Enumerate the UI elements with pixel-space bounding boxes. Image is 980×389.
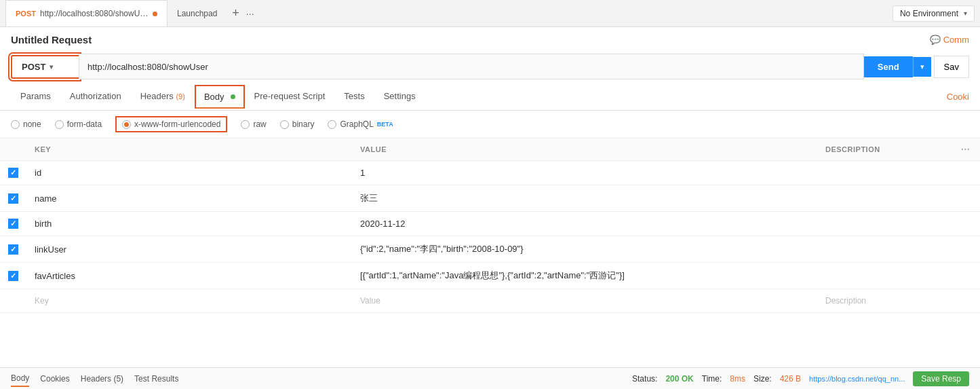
tab-tests[interactable]: Tests [334, 84, 374, 109]
tab-bar: POST http://localhost:8080/showUser Laun… [0, 0, 980, 27]
radio-x-www [122, 120, 131, 129]
params-table: KEY VALUE DESCRIPTION ··· ✓ id 1 ✓ [0, 138, 980, 313]
body-type-binary[interactable]: binary [280, 119, 315, 129]
row-actions-cell[interactable] [953, 263, 980, 289]
table-row: ✓ favArticles [{"artId":1,"artName":"Jav… [0, 263, 980, 289]
checkbox[interactable]: ✓ [8, 271, 18, 281]
body-type-raw[interactable]: raw [241, 119, 266, 129]
radio-raw [241, 120, 250, 129]
tab-headers[interactable]: Headers (9) [131, 84, 195, 109]
row-key-cell[interactable]: favArticles [26, 263, 352, 289]
placeholder-key[interactable]: Key [26, 289, 352, 313]
body-type-none[interactable]: none [11, 119, 41, 129]
table-actions-icon[interactable]: ··· [961, 144, 970, 155]
beta-badge: BETA [377, 121, 393, 128]
row-desc-cell[interactable] [817, 161, 953, 185]
launchpad-label: Launchpad [177, 9, 217, 18]
row-value-cell[interactable]: 2020-11-12 [352, 212, 817, 236]
tab-actions: + ··· [232, 6, 254, 20]
tab-method-badge: POST [16, 10, 36, 18]
checkbox[interactable]: ✓ [8, 193, 18, 204]
comm-button[interactable]: 💬 Comm [930, 35, 969, 45]
body-type-graphql[interactable]: GraphQL BETA [328, 119, 393, 129]
radio-binary [280, 120, 289, 129]
url-bar: POST ▾ Send ▾ Sav [0, 50, 980, 84]
radio-form-data [55, 120, 64, 129]
comm-label: Comm [943, 35, 969, 45]
row-key-cell[interactable]: name [26, 185, 352, 212]
body-type-x-www[interactable]: x-www-form-urlencoded [115, 116, 227, 132]
row-desc-cell[interactable] [817, 263, 953, 289]
body-dot [231, 94, 235, 99]
tab-url: http://localhost:8080/showUser [40, 9, 149, 18]
body-type-form-data[interactable]: form-data [55, 119, 102, 129]
checkbox[interactable]: ✓ [8, 168, 18, 178]
url-input[interactable] [79, 54, 864, 79]
placeholder-desc[interactable]: Description [817, 289, 953, 313]
request-title-bar: Untitled Request 💬 Comm [0, 27, 980, 50]
checkbox[interactable]: ✓ [8, 244, 18, 255]
radio-none [11, 120, 20, 129]
send-button[interactable]: Send [864, 56, 913, 77]
method-label: POST [22, 62, 45, 72]
launchpad-tab[interactable]: Launchpad [168, 0, 227, 26]
table-row: ✓ birth 2020-11-12 [0, 212, 980, 236]
tabs-left: Params Authorization Headers (9) Body Pr… [11, 84, 425, 110]
row-check-cell[interactable]: ✓ [0, 236, 26, 263]
env-label: No Environment [900, 9, 958, 18]
method-select[interactable]: POST ▾ [11, 55, 79, 79]
row-desc-cell[interactable] [817, 236, 953, 263]
row-value-cell[interactable]: [{"artId":1,"artName":"Java编程思想"},{"artI… [352, 263, 817, 289]
row-actions-cell[interactable] [953, 236, 980, 263]
row-desc-cell[interactable] [817, 212, 953, 236]
row-key-cell[interactable]: id [26, 161, 352, 185]
col-header-check [0, 138, 26, 161]
cookies-button[interactable]: Cooki [947, 92, 969, 102]
col-header-value: VALUE [352, 138, 817, 161]
row-check-cell[interactable]: ✓ [0, 263, 26, 289]
col-header-desc: DESCRIPTION [817, 138, 953, 161]
placeholder-row: Key Value Description [0, 289, 980, 313]
radio-inner-dot [124, 122, 129, 127]
row-value-cell[interactable]: {"id":2,"name":"李四","birth":"2008-10-09"… [352, 236, 817, 263]
row-key-cell[interactable]: linkUser [26, 236, 352, 263]
row-check-cell[interactable]: ✓ [0, 185, 26, 212]
env-selector[interactable]: No Environment ▾ [893, 5, 975, 22]
add-tab-icon[interactable]: + [232, 6, 239, 20]
save-button[interactable]: Sav [934, 56, 969, 78]
row-desc-cell[interactable] [817, 185, 953, 212]
tab-authorization[interactable]: Authorization [60, 84, 131, 109]
row-check-cell[interactable]: ✓ [0, 161, 26, 185]
table-row: ✓ name 张三 [0, 185, 980, 212]
comm-icon: 💬 [930, 35, 941, 45]
tab-modified-dot [153, 12, 157, 16]
method-arrow: ▾ [50, 63, 53, 71]
row-actions-cell[interactable] [953, 212, 980, 236]
row-check-cell[interactable]: ✓ [0, 212, 26, 236]
row-value-cell[interactable]: 张三 [352, 185, 817, 212]
tab-pre-request[interactable]: Pre-request Script [245, 84, 335, 109]
body-type-row: none form-data x-www-form-urlencoded raw… [0, 111, 980, 138]
tab-body[interactable]: Body [195, 85, 245, 109]
request-tabs-row: Params Authorization Headers (9) Body Pr… [0, 84, 980, 111]
tab-settings[interactable]: Settings [374, 84, 425, 109]
headers-badge: (9) [176, 92, 184, 100]
env-arrow: ▾ [964, 10, 967, 17]
active-request-tab[interactable]: POST http://localhost:8080/showUser [5, 0, 168, 26]
row-actions-cell[interactable] [953, 185, 980, 212]
more-tabs-icon[interactable]: ··· [246, 8, 254, 19]
placeholder-value[interactable]: Value [352, 289, 817, 313]
row-key-cell[interactable]: birth [26, 212, 352, 236]
radio-graphql [328, 120, 336, 129]
table-row: ✓ id 1 [0, 161, 980, 185]
tab-params[interactable]: Params [11, 84, 60, 109]
checkbox[interactable]: ✓ [8, 219, 18, 229]
env-select-box[interactable]: No Environment ▾ [893, 5, 975, 22]
row-value-cell[interactable]: 1 [352, 161, 817, 185]
request-title: Untitled Request [11, 34, 92, 45]
placeholder-check [0, 289, 26, 313]
col-header-key: KEY [26, 138, 352, 161]
row-actions-cell[interactable] [953, 161, 980, 185]
table-row: ✓ linkUser {"id":2,"name":"李四","birth":"… [0, 236, 980, 263]
send-dropdown-button[interactable]: ▾ [913, 57, 931, 77]
